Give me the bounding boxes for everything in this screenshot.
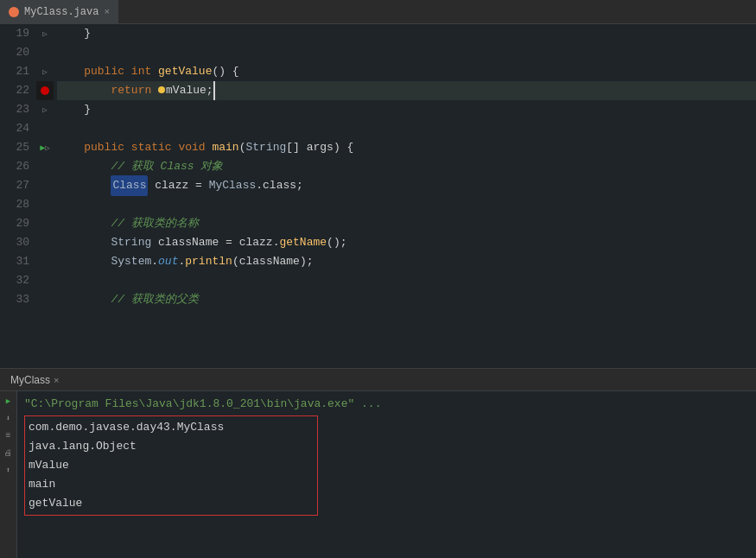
code-line-31: System.out.println(className); bbox=[57, 252, 756, 271]
code-line-24 bbox=[57, 119, 756, 138]
breakpoint-marker[interactable] bbox=[41, 86, 49, 95]
print-icon[interactable]: 🖨 bbox=[3, 447, 15, 459]
scroll-icon[interactable]: ⬆ bbox=[3, 464, 15, 476]
output-bordered-box: com.demo.javase.day43.MyClass java.lang.… bbox=[24, 415, 318, 516]
run-tab-close[interactable]: × bbox=[54, 375, 59, 385]
code-line-26: // 获取 Class 对象 bbox=[57, 157, 756, 176]
stop-icon[interactable]: ⬇ bbox=[3, 412, 15, 424]
console-output-box: com.demo.javase.day43.MyClass java.lang.… bbox=[24, 415, 749, 516]
code-line-30: String className = clazz.getName(); bbox=[57, 233, 756, 252]
code-line-28 bbox=[57, 195, 756, 214]
output-line-4: main bbox=[29, 475, 314, 494]
code-line-29: // 获取类的名称 bbox=[57, 214, 756, 233]
code-line-32 bbox=[57, 271, 756, 290]
code-line-19: } bbox=[57, 24, 756, 43]
gutter: ▷ ▷ ▷ ▶ ▷ bbox=[36, 24, 54, 368]
output-line-3: mValue bbox=[29, 456, 314, 475]
code-line-23: } bbox=[57, 100, 756, 119]
code-lines[interactable]: } public int getValue() { return mValue;… bbox=[54, 24, 756, 368]
rerun-icon[interactable]: ≡ bbox=[3, 429, 15, 441]
console-output: "C:\Program Files\Java\jdk1.8.0_201\bin\… bbox=[17, 391, 756, 558]
output-line-1: com.demo.javase.day43.MyClass bbox=[29, 418, 314, 437]
tab-bar: MyClass.java × bbox=[0, 0, 756, 24]
output-line-5: getValue bbox=[29, 494, 314, 513]
code-line-25: public static void main(String[] args) { bbox=[57, 138, 756, 157]
run-tab-label: MyClass bbox=[10, 374, 50, 386]
output-line-2: java.lang.Object bbox=[29, 437, 314, 456]
run-console-panel: MyClass × ▶ ⬇ ≡ 🖨 ⬆ "C:\Program Files\Ja… bbox=[0, 368, 756, 558]
debug-pointer bbox=[158, 86, 165, 93]
run-icon[interactable]: ▶ bbox=[3, 395, 15, 407]
class-keyword-highlight: Class bbox=[111, 175, 148, 196]
console-body: ▶ ⬇ ≡ 🖨 ⬆ "C:\Program Files\Java\jdk1.8.… bbox=[0, 391, 756, 558]
code-line-20 bbox=[57, 43, 756, 62]
run-tab-bar: MyClass × bbox=[0, 369, 756, 391]
code-area: 19 20 21 22 23 24 25 26 27 28 29 30 31 3… bbox=[0, 24, 756, 368]
code-line-21: public int getValue() { bbox=[57, 62, 756, 81]
text-cursor bbox=[213, 81, 222, 100]
tab-label: MyClass.java bbox=[24, 6, 98, 18]
fold-icon: ▷ bbox=[45, 143, 49, 153]
tab-close-button[interactable]: × bbox=[104, 7, 110, 17]
code-line-33: // 获取类的父类 bbox=[57, 290, 756, 309]
console-sidebar: ▶ ⬇ ≡ 🖨 ⬆ bbox=[0, 391, 17, 558]
fold-icon: ▷ bbox=[42, 105, 47, 115]
java-file-icon bbox=[9, 7, 19, 17]
fold-icon: ▷ bbox=[42, 67, 47, 77]
console-command-line: "C:\Program Files\Java\jdk1.8.0_201\bin\… bbox=[24, 395, 749, 414]
line-numbers: 19 20 21 22 23 24 25 26 27 28 29 30 31 3… bbox=[0, 24, 36, 368]
run-tab-myclass[interactable]: MyClass × bbox=[3, 369, 66, 390]
ide-window: MyClass.java × 19 20 21 22 23 24 25 26 2… bbox=[0, 0, 756, 558]
code-line-27: Class clazz = MyClass.class; bbox=[57, 176, 756, 195]
code-line-22: return mValue; bbox=[57, 81, 756, 100]
code-editor: 19 20 21 22 23 24 25 26 27 28 29 30 31 3… bbox=[0, 24, 756, 368]
tab-myclassjava[interactable]: MyClass.java × bbox=[0, 0, 119, 23]
fold-icon: ▷ bbox=[42, 29, 47, 39]
java-command: "C:\Program Files\Java\jdk1.8.0_201\bin\… bbox=[24, 397, 381, 410]
